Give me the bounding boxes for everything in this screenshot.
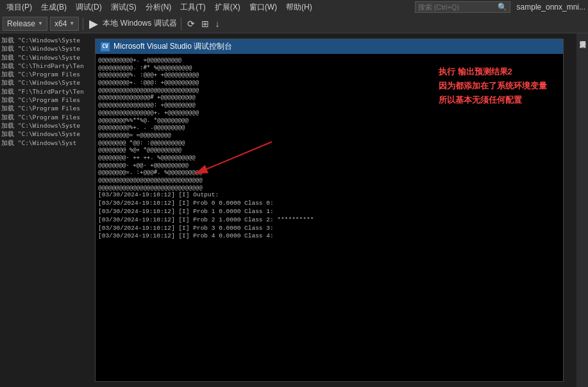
search-bar[interactable]: 🔍 (415, 1, 510, 13)
log-line: 加载 "F:\ThirdParty\Ten (1, 87, 94, 96)
log-line: 加载 "C:\Program Files (1, 96, 94, 104)
log-line: 加载 "C:\Windows\Syste (1, 36, 94, 44)
menu-build[interactable]: 生成(B) (37, 1, 71, 14)
console-window: CV Microsoft Visual Studio 调试控制台 @@@@@@@… (95, 39, 564, 382)
log-line: 加载 "C:\Program Files (1, 113, 94, 121)
menu-window[interactable]: 窗口(W) (246, 1, 281, 14)
ascii-line: @@@@@@@@@@@@@@@@@@@@@@@@@@@@@ (98, 87, 560, 94)
ascii-line: @@@@@@@@@%. :@@@+ +@@@@@@@@@@ (98, 71, 560, 79)
search-icon: 🔍 (498, 3, 507, 12)
ascii-line: @@@@@@@@@@@@@@@@@@@@@@@@@@@@@@ (98, 176, 560, 184)
ascii-line: @@@@@@@@@@@@@@@# +@@@@@@@@@@ (98, 94, 560, 101)
console-title-text: Microsoft Visual Studio 调试控制台 (113, 41, 232, 52)
console-log-line: [03/30/2024-19:10:12] [I] Prob 3 0.0000 … (98, 225, 560, 233)
log-line: 加载 "C:\Windows\Syste (1, 44, 94, 53)
solution-explorer-title: 解决方案资源管理器 (576, 33, 588, 39)
ascii-line: @@@@@@@@@@@@@@@@@@@@@@@@@@@@@@ (98, 184, 560, 192)
ascii-line: @@@@@@@@%%**%@. *@@@@@@@@@ (98, 117, 560, 125)
toolbar-action-1[interactable]: ⟳ (185, 17, 197, 30)
log-line: 加载 "C:\ThirdParty\Ten (1, 62, 94, 70)
menu-analyze[interactable]: 分析(N) (142, 1, 176, 14)
arch-arrow-icon: ▼ (69, 21, 74, 26)
menu-project[interactable]: 项目(P) (3, 1, 36, 14)
ascii-line: @@@@@@@@@@@@@@@@: +@@@@@@@@@ (98, 101, 560, 109)
ascii-line: @@@@@@@@@+. :@@@: +@@@@@@@@@@ (98, 79, 560, 87)
menu-bar: 项目(P) 生成(B) 调试(D) 测试(S) 分析(N) 工具(T) 扩展(X… (0, 0, 588, 14)
output-log: 加载 "C:\Windows\Syste加载 "C:\Windows\Syste… (0, 33, 95, 387)
ascii-line: @@@@@@@@=. :+@@@#. %@@@@@@@@@@ (98, 169, 560, 176)
toolbar-separator-1 (83, 17, 83, 30)
search-input[interactable] (418, 3, 495, 11)
log-line: 加载 "C:\Program Files (1, 104, 94, 112)
console-icon: CV (101, 42, 110, 51)
console-log-line: [03/30/2024-19:10:12] [I] Output: (98, 191, 560, 200)
ascii-line: @@@@@@@@@@@@@@@@+. +@@@@@@@@@ (98, 109, 560, 117)
main-area: 加载 "C:\Windows\Syste加载 "C:\Windows\Syste… (0, 33, 588, 387)
console-log-line: [03/30/2024-19:10:12] [I] Prob 0 0.0000 … (98, 200, 560, 208)
log-line: 加载 "C:\Windows\Syst (1, 139, 94, 147)
console-title-bar: CV Microsoft Visual Studio 调试控制台 (96, 39, 563, 54)
window-title: sample_onnx_mni... (517, 3, 585, 12)
console-content: @@@@@@@@@@+. +@@@@@@@@@@@@@@@@@@@@. :#* … (96, 54, 563, 381)
debug-label: 本地 Windows 调试器 (103, 18, 176, 29)
arch-dropdown[interactable]: x64 ▼ (50, 17, 79, 31)
ascii-line: @@@@@@@@@= =@@@@@@@@@ (98, 132, 560, 139)
config-label: Release (7, 19, 35, 28)
log-line: 加载 "C:\Windows\Syste (1, 121, 94, 130)
ascii-line: @@@@@@@@- +@@- +@@@@@@@@@@ (98, 162, 560, 169)
menu-tools[interactable]: 工具(T) (176, 1, 209, 14)
menu-extensions[interactable]: 扩展(X) (211, 1, 244, 14)
start-debug-button[interactable]: ▶ (87, 17, 100, 31)
toolbar-action-2[interactable]: ⊞ (199, 17, 211, 30)
ascii-line: @@@@@@@@ %@+ *@@@@@@@@@@ (98, 146, 560, 154)
ascii-line: @@@@@@@@@@+. +@@@@@@@@@@ (98, 56, 560, 64)
config-arrow-icon: ▼ (38, 21, 43, 26)
log-line: 加载 "C:\Windows\Syste (1, 53, 94, 62)
log-line: 加载 "C:\Program Files (1, 70, 94, 78)
console-log-line: [03/30/2024-19:10:12] [I] Prob 2 1.0000 … (98, 216, 560, 225)
solution-explorer-panel[interactable]: 解决方案资源管理器 (576, 33, 588, 387)
toolbar: Release ▼ x64 ▼ ▶ 本地 Windows 调试器 ⟳ ⊞ ↓ (0, 14, 588, 33)
menu-debug[interactable]: 调试(D) (72, 1, 106, 14)
toolbar-action-3[interactable]: ↓ (214, 17, 222, 30)
ascii-line: @@@@@@@@- ++ ++. %@@@@@@@@@@ (98, 154, 560, 162)
ascii-line: @@@@@@@@@@. :#* %@@@@@@@@@@ (98, 64, 560, 72)
log-line: 加载 "C:\Windows\Syste (1, 130, 94, 138)
toolbar-separator-2 (181, 17, 181, 30)
ascii-line: @@@@@@@@@%+. . .@@@@@@@@@ (98, 124, 560, 132)
menu-test[interactable]: 测试(S) (107, 1, 140, 14)
log-line: 加载 "C:\Windows\Syste (1, 78, 94, 87)
ascii-line: @@@@@@@@ *@@: :@@@@@@@@@@ (98, 139, 560, 147)
console-log-line: [03/30/2024-19:10:12] [I] Prob 4 0.0000 … (98, 232, 560, 241)
console-log-line: [03/30/2024-19:10:12] [I] Prob 1 0.0000 … (98, 208, 560, 216)
config-dropdown[interactable]: Release ▼ (3, 17, 47, 31)
menu-help[interactable]: 帮助(H) (282, 1, 316, 14)
arch-label: x64 (55, 19, 67, 28)
